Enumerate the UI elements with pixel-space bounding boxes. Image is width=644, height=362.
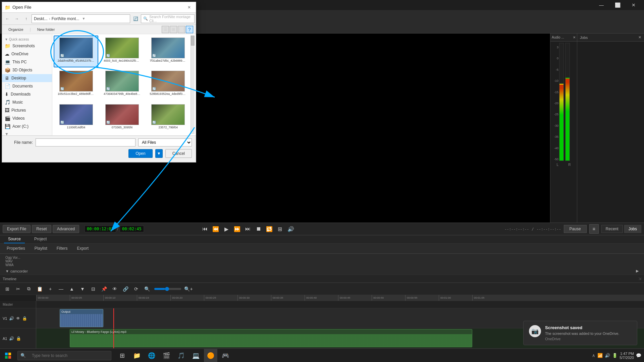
close-button[interactable]: ✕ bbox=[626, 0, 641, 10]
audio-panel-close[interactable]: ✕ bbox=[573, 36, 576, 39]
recent-tab[interactable]: Recent bbox=[601, 225, 623, 233]
sidebar-scroll-down[interactable]: ▼ bbox=[2, 130, 52, 135]
taskbar-task-view[interactable]: ⊞ bbox=[115, 349, 129, 362]
filters-tab[interactable]: Filters bbox=[53, 245, 72, 253]
dialog-refresh-button[interactable]: 🔄 bbox=[131, 15, 140, 23]
tray-wifi[interactable]: 📶 bbox=[597, 353, 603, 358]
sidebar-downloads[interactable]: ⬇ Downloads bbox=[2, 90, 52, 98]
view-list-button[interactable]: ☰ bbox=[162, 26, 169, 33]
taskbar-app9[interactable]: 🎮 bbox=[219, 349, 232, 362]
export-file-button[interactable]: Export File bbox=[3, 225, 31, 233]
filename-input[interactable] bbox=[36, 138, 136, 146]
tray-arrow[interactable]: ∧ bbox=[592, 353, 595, 358]
view-grid-button[interactable]: ⊞ bbox=[170, 26, 177, 33]
sidebar-desktop[interactable]: 🖥 Desktop bbox=[2, 74, 52, 82]
timeline-expand[interactable]: ⇲ bbox=[638, 277, 641, 281]
help-button[interactable]: ? bbox=[186, 26, 193, 33]
jobs-panel-close[interactable]: ✕ bbox=[638, 35, 641, 40]
skip-to-end-button[interactable]: ⏭ bbox=[243, 224, 253, 234]
start-button[interactable] bbox=[0, 349, 16, 362]
camcorder-expand[interactable]: ▼ bbox=[5, 269, 9, 273]
tray-action-center[interactable]: 💬 bbox=[636, 353, 641, 358]
taskbar-search-bar[interactable]: 🔍 bbox=[17, 351, 111, 360]
timeline-grid-button[interactable]: ⊞ bbox=[3, 284, 12, 294]
timeline-scissors-button[interactable]: ✂ bbox=[13, 284, 23, 294]
timeline-pin-button[interactable]: 📌 bbox=[99, 284, 109, 294]
camcorder-next[interactable]: ▶ bbox=[636, 269, 639, 273]
filetype-select[interactable]: All Files bbox=[138, 138, 192, 146]
new-folder-button[interactable]: New folder bbox=[34, 26, 59, 33]
grid-view-button[interactable]: ⊞ bbox=[275, 224, 285, 234]
file-thumb-1[interactable]: 🔄 2dabh4df9b_4f1955237b65_dcd530c7 bbox=[54, 36, 98, 67]
file-thumb-3[interactable]: 🔄 7f31abe27d5c_42b6889a60b0_a bbox=[146, 36, 191, 67]
file-thumb-5[interactable]: 🔄 473d4034799b_40e4be842886_29e62002 bbox=[100, 69, 144, 101]
minimize-button[interactable]: — bbox=[594, 0, 609, 10]
maximize-button[interactable]: ⬜ bbox=[610, 0, 625, 10]
timeline-lift-button[interactable]: ▲ bbox=[67, 284, 76, 294]
timeline-overwrite-button[interactable]: ▼ bbox=[78, 284, 87, 294]
file-thumb-4[interactable]: 🔄 105c51cc3be2_489e86ff4c27d_dadaa40 bbox=[54, 69, 98, 101]
v1-clip[interactable]: Output bbox=[60, 309, 103, 327]
dialog-up-button[interactable]: ↑ bbox=[22, 15, 30, 23]
sidebar-this-pc[interactable]: 💻 This PC bbox=[2, 58, 52, 66]
timeline-zoom-out-button[interactable]: 🔍 bbox=[142, 284, 152, 294]
skip-to-start-button[interactable]: ⏮ bbox=[200, 224, 210, 234]
a1-clip[interactable]: Lil Mosey - Blueberry Faygo (Lyrics).mp3 bbox=[70, 329, 472, 347]
taskbar-clock[interactable]: 1:47 PM 5/7/2020 bbox=[620, 352, 634, 360]
dialog-close-button[interactable]: ✕ bbox=[185, 3, 193, 11]
dialog-forward-button[interactable]: → bbox=[13, 15, 21, 23]
timeline-zoom-in-button[interactable]: 🔍+ bbox=[184, 284, 193, 294]
taskbar-app8[interactable]: 🟠 bbox=[204, 349, 217, 362]
taskbar-app5[interactable]: 🎬 bbox=[160, 349, 173, 362]
zoom-slider-thumb[interactable] bbox=[165, 287, 169, 291]
file-thumb-2[interactable]: 🔄 4003_5c0_4e1990c02f00_14451d5 bbox=[100, 36, 144, 67]
sidebar-pictures[interactable]: 🖼 Pictures bbox=[2, 106, 52, 114]
taskbar-search-input[interactable] bbox=[29, 351, 96, 360]
file-thumb-9[interactable]: 🔄 23572_79bf04 bbox=[146, 102, 191, 134]
taskbar-file-explorer[interactable]: 📁 bbox=[130, 349, 144, 362]
dialog-search-box[interactable]: 🔍 Search FortNite montage Cli... bbox=[141, 14, 195, 23]
menu-button[interactable]: ≡ bbox=[589, 224, 599, 234]
timeline-paste-button[interactable]: 📋 bbox=[35, 284, 44, 294]
sidebar-videos[interactable]: 🎬 Videos bbox=[2, 114, 52, 122]
play-button[interactable]: ▶ bbox=[222, 224, 231, 234]
path-dropdown[interactable]: ▼ bbox=[82, 17, 85, 20]
sidebar-acer[interactable]: 💾 Acer (C:) bbox=[2, 122, 52, 130]
jobs-tab-right[interactable]: Jobs bbox=[624, 225, 641, 233]
sidebar-onedrive[interactable]: ☁ OneDrive bbox=[2, 50, 52, 58]
dialog-back-button[interactable]: ← bbox=[3, 15, 11, 23]
loop-button[interactable]: 🔁 bbox=[265, 224, 274, 234]
sidebar-section-header[interactable]: ▼ Quick access bbox=[2, 37, 52, 42]
dialog-scrollbar[interactable] bbox=[191, 36, 195, 134]
taskbar-app7[interactable]: 💻 bbox=[189, 349, 203, 362]
timeline-snap-button[interactable]: 🔗 bbox=[121, 284, 130, 294]
playlist-tab[interactable]: Playlist bbox=[31, 245, 51, 253]
file-thumb-8[interactable]: 🔄 073365_3095f4 bbox=[100, 102, 144, 134]
project-tab[interactable]: Project bbox=[30, 235, 51, 243]
view-details-button[interactable]: ⋮⋮ bbox=[178, 26, 185, 33]
fast-forward-button[interactable]: ⏩ bbox=[232, 224, 242, 234]
sidebar-screenshots[interactable]: 📁 Screenshots bbox=[2, 42, 52, 50]
pause-button[interactable]: Pause bbox=[564, 225, 587, 233]
open-button[interactable]: Open bbox=[128, 149, 152, 158]
sidebar-documents[interactable]: 📄 Documents bbox=[2, 82, 52, 90]
sidebar-3d-objects[interactable]: 📦 3D Objects bbox=[2, 66, 52, 74]
timeline-remove-button[interactable]: — bbox=[56, 284, 66, 294]
file-thumb-7[interactable]: 🔄 11006f14df04 bbox=[54, 102, 98, 134]
file-thumb-6[interactable]: 🔄 528b819352ea_4ded9f3971b3_889a1839 bbox=[146, 69, 191, 101]
cancel-button[interactable]: Cancel bbox=[165, 149, 192, 158]
sidebar-music[interactable]: 🎵 Music bbox=[2, 98, 52, 106]
organize-button[interactable]: Organize bbox=[5, 26, 27, 33]
timeline-scrub-button[interactable]: 👁 bbox=[110, 284, 119, 294]
rewind-button[interactable]: ⏪ bbox=[211, 224, 220, 234]
properties-tab[interactable]: Properties bbox=[3, 245, 29, 253]
source-tab[interactable]: Source bbox=[4, 235, 25, 243]
timeline-ripple-button[interactable]: ⊟ bbox=[89, 284, 98, 294]
taskbar-chrome[interactable]: 🌐 bbox=[145, 349, 158, 362]
timeline-copy-button[interactable]: ⧉ bbox=[24, 284, 34, 294]
tray-battery[interactable]: 🔋 bbox=[612, 353, 618, 358]
volume-button[interactable]: 🔊 bbox=[286, 224, 296, 234]
tray-volume[interactable]: 🔊 bbox=[605, 353, 610, 358]
advanced-button[interactable]: Advanced bbox=[53, 225, 79, 233]
stop-button[interactable]: ⏹ bbox=[254, 224, 263, 234]
